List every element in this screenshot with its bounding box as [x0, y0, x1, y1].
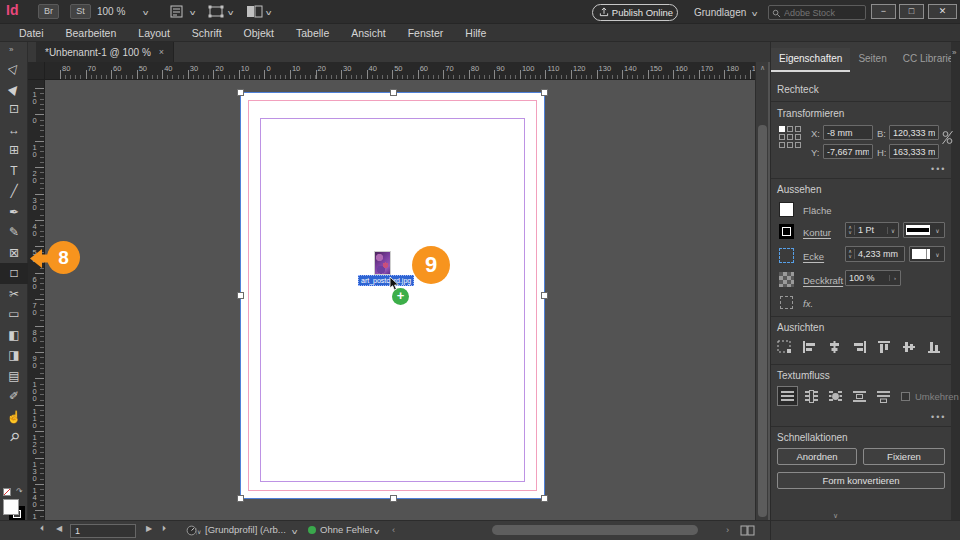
object-style-icon[interactable]: [780, 296, 793, 309]
view-options-chevron-icon[interactable]: ∨: [188, 9, 196, 17]
swap-fill-stroke-icon[interactable]: ↷: [16, 487, 23, 496]
stock-button[interactable]: St: [70, 4, 91, 19]
wrap-jump-object-icon[interactable]: [849, 386, 870, 406]
opacity-field[interactable]: 100 % ›: [845, 270, 901, 286]
tab-eigenschaften[interactable]: Eigenschaften: [771, 48, 850, 72]
close-button[interactable]: ✕: [928, 4, 957, 19]
menu-bearbeiten[interactable]: Bearbeiten: [55, 27, 128, 39]
status-scroll-right-icon[interactable]: ›: [726, 524, 729, 535]
menu-tabelle[interactable]: Tabelle: [285, 27, 340, 39]
gradient-feather-tool[interactable]: ◨: [0, 345, 28, 366]
bridge-button[interactable]: Br: [38, 4, 59, 19]
selection-handle[interactable]: [390, 89, 397, 96]
invert-checkbox[interactable]: [901, 392, 910, 401]
menu-objekt[interactable]: Objekt: [233, 27, 285, 39]
hand-tool[interactable]: ☝: [0, 407, 28, 428]
menu-fenster[interactable]: Fenster: [397, 27, 455, 39]
preflight-icon[interactable]: [186, 525, 197, 538]
panel-collapse-icon[interactable]: »: [952, 48, 956, 57]
maximize-button[interactable]: □: [899, 4, 924, 19]
reference-point-selector[interactable]: [779, 126, 801, 148]
gap-tool[interactable]: ↔: [0, 120, 28, 141]
stroke-weight-stepper[interactable]: ∧∨ 1 Pt ∨: [845, 222, 899, 238]
tab-close-icon[interactable]: ×: [159, 47, 164, 57]
menu-datei[interactable]: Datei: [8, 27, 55, 39]
wrap-jump-next-column-icon[interactable]: [873, 386, 894, 406]
constrain-proportions-icon[interactable]: [942, 130, 953, 147]
vertical-scrollbar[interactable]: ∧: [755, 62, 768, 520]
align-top-icon[interactable]: [877, 340, 897, 356]
fx-effects-button[interactable]: fx.: [803, 298, 813, 309]
menu-schrift[interactable]: Schrift: [181, 27, 233, 39]
align-center-vertical-icon[interactable]: [902, 340, 922, 356]
stroke-link[interactable]: Kontur: [803, 227, 831, 238]
search-input[interactable]: [784, 8, 860, 18]
corner-link[interactable]: Ecke: [803, 251, 824, 262]
transform-more-options[interactable]: •••: [931, 164, 946, 174]
horizontal-scroll-thumb[interactable]: [492, 525, 698, 535]
workspace-switcher[interactable]: Grundlagen: [694, 7, 746, 18]
spread-view-icon[interactable]: [740, 525, 755, 538]
rectangle-tool[interactable]: □: [0, 263, 28, 284]
fill-color-swatch[interactable]: [779, 202, 794, 217]
pasteboard[interactable]: art_postcard.jpg +: [45, 80, 755, 520]
zoom-tool[interactable]: ⚲: [0, 427, 28, 448]
opacity-icon[interactable]: [779, 272, 794, 287]
align-bottom-icon[interactable]: [927, 340, 947, 356]
previous-page-button[interactable]: ◀: [56, 524, 62, 533]
y-input[interactable]: [823, 144, 873, 159]
align-center-horizontal-icon[interactable]: [827, 340, 847, 356]
wrap-bounding-box-icon[interactable]: [801, 386, 822, 406]
selection-handle[interactable]: [237, 89, 244, 96]
form-konvertieren-button[interactable]: Form konvertieren: [777, 472, 945, 489]
publish-online-button[interactable]: Publish Online: [592, 4, 678, 21]
screen-mode-icon[interactable]: [208, 5, 225, 18]
arrange-documents-icon[interactable]: [246, 5, 263, 18]
textwrap-more-options[interactable]: •••: [931, 412, 946, 422]
zoom-level-chevron-icon[interactable]: ∨: [141, 9, 149, 17]
scissors-tool[interactable]: ✂: [0, 284, 28, 305]
arrange-documents-chevron-icon[interactable]: ∨: [264, 9, 272, 17]
align-right-icon[interactable]: [852, 340, 872, 356]
pen-tool[interactable]: ✒: [0, 202, 28, 223]
x-input[interactable]: [823, 125, 873, 140]
panel-collapse-strip[interactable]: »: [951, 42, 960, 540]
error-status-chevron-icon[interactable]: ∨: [372, 528, 380, 536]
height-input[interactable]: [889, 144, 939, 159]
corner-style-dropdown[interactable]: ∨: [909, 246, 945, 262]
line-tool[interactable]: ╱: [0, 181, 28, 202]
opacity-flyout-icon[interactable]: ›: [889, 275, 900, 281]
stroke-style-dropdown[interactable]: ∨: [903, 222, 945, 238]
anordnen-button[interactable]: Anordnen: [777, 448, 857, 465]
ruler-origin-corner[interactable]: [28, 62, 45, 80]
adobe-stock-search[interactable]: [768, 5, 866, 20]
align-selection-icon[interactable]: [777, 340, 797, 356]
width-input[interactable]: [889, 125, 939, 140]
preflight-profile-label[interactable]: [Grundprofil] (Arb...: [205, 524, 286, 535]
document-tab[interactable]: *Unbenannt-1 @ 100 % ×: [36, 42, 174, 62]
first-page-button[interactable]: ⏴: [40, 524, 44, 534]
page-tool[interactable]: ⊡: [0, 99, 28, 120]
tools-collapse-icon[interactable]: »: [9, 45, 13, 54]
horizontal-ruler[interactable]: 8070605040302010010203040506070809010011…: [45, 62, 755, 80]
stepper-arrows-icon[interactable]: ∧∨: [846, 225, 855, 235]
eyedropper-tool[interactable]: ✐: [0, 386, 28, 407]
type-tool[interactable]: T: [0, 161, 28, 182]
view-options-icon[interactable]: [170, 5, 187, 18]
gradient-tool[interactable]: ◧: [0, 325, 28, 346]
minimize-button[interactable]: −: [871, 4, 896, 19]
menu-hilfe[interactable]: Hilfe: [454, 27, 497, 39]
selection-handle[interactable]: [541, 89, 548, 96]
preflight-chevron-icon[interactable]: ∨: [290, 528, 298, 536]
frame-tool[interactable]: ⊠: [0, 243, 28, 264]
opacity-link[interactable]: Deckkraft: [803, 275, 843, 286]
last-page-button[interactable]: ⏵: [162, 524, 166, 534]
screen-mode-chevron-icon[interactable]: ∨: [226, 9, 234, 17]
error-status[interactable]: Ohne Fehler: [308, 524, 373, 535]
zoom-level-value[interactable]: 100 %: [97, 6, 125, 17]
selection-handle[interactable]: [390, 495, 397, 502]
status-scroll-left-icon[interactable]: ‹: [392, 524, 395, 535]
stroke-weight-dropdown-icon[interactable]: ∨: [887, 227, 898, 234]
page-number-field[interactable]: ∨: [70, 524, 136, 538]
scroll-up-icon[interactable]: ∧: [756, 64, 769, 72]
